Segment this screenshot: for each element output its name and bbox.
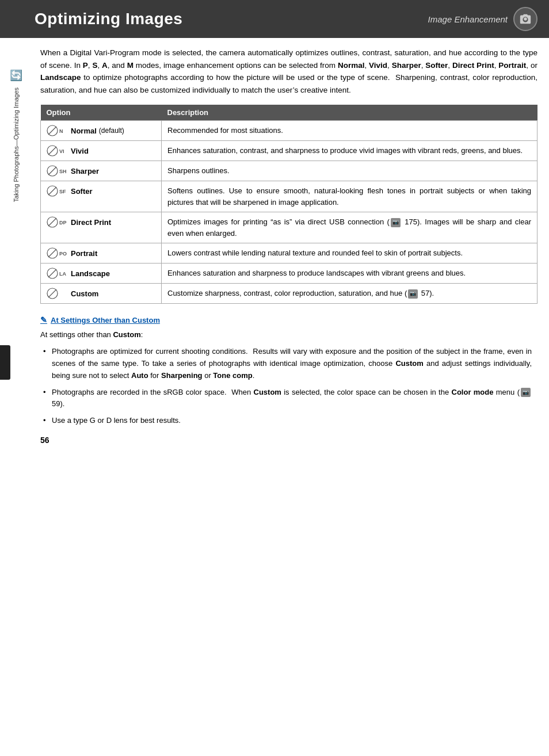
svg-text:PO: PO <box>59 251 67 257</box>
pencil-icon: ✎ <box>40 315 47 324</box>
option-name: Softer <box>71 186 93 197</box>
svg-text:VI: VI <box>59 148 64 154</box>
svg-text:SH: SH <box>59 169 67 174</box>
option-cell: POPortrait <box>41 243 162 264</box>
table-row: CustomCustomize sharpness, contrast, col… <box>41 284 537 304</box>
svg-line-5 <box>48 147 56 155</box>
desc-cell: Sharpens outlines. <box>162 161 537 181</box>
notes-section: ✎ At Settings Other than Custom At setti… <box>40 315 537 427</box>
option-cell: Custom <box>41 284 162 304</box>
desc-cell: Enhances saturation, contrast, and sharp… <box>162 141 537 161</box>
table-row: NNormal(default)Recommended for most sit… <box>41 121 537 141</box>
bullet-item-3: Use a type G or D lens for best results. <box>43 415 532 427</box>
notes-title-text: At Settings Other than Custom <box>51 316 160 324</box>
option-icon <box>47 288 68 299</box>
table-header-desc: Description <box>162 105 537 121</box>
svg-text:LA: LA <box>59 271 66 277</box>
option-name: Vivid <box>71 146 89 157</box>
page-header: Optimizing Images Image Enhancement <box>0 0 549 38</box>
option-icon: PO <box>47 247 68 259</box>
header-subtitle: Image Enhancement <box>428 14 508 24</box>
option-icon: SF <box>47 185 68 197</box>
option-name: Normal <box>71 125 97 137</box>
option-cell: LALandscape <box>41 264 162 284</box>
option-sub: (default) <box>99 125 124 136</box>
content-area: When a Digital Vari-Program mode is sele… <box>35 38 549 453</box>
side-tab-text: Taking Photographs—Optimizing Images <box>13 87 20 202</box>
option-cell: SHSharper <box>41 161 162 181</box>
option-icon: SH <box>47 165 68 177</box>
options-table: Option Description NNormal(default)Recom… <box>40 105 537 304</box>
table-row: DPDirect PrintOptimizes images for print… <box>41 212 537 243</box>
table-row: VIVividEnhances saturation, contrast, an… <box>41 141 537 161</box>
desc-cell: Recommended for most situations. <box>162 121 537 141</box>
option-cell: VIVivid <box>41 141 162 161</box>
table-header-option: Option <box>41 105 162 121</box>
svg-line-20 <box>48 269 56 277</box>
bullet-list: Photographs are optimized for current sh… <box>40 346 532 427</box>
desc-cell: Optimizes images for printing “as is” vi… <box>162 212 537 243</box>
table-row: LALandscapeEnhances saturation and sharp… <box>41 264 537 284</box>
svg-text:DP: DP <box>59 220 67 226</box>
table-row: SHSharperSharpens outlines. <box>41 161 537 181</box>
svg-line-8 <box>48 167 56 175</box>
side-tab-icon: 🔄 <box>10 69 22 82</box>
option-name: Direct Print <box>71 217 111 228</box>
bullet-item-1: Photographs are optimized for current sh… <box>43 346 532 381</box>
table-row: SFSofterSoftens outlines. Use to ensure … <box>41 181 537 212</box>
option-icon: N <box>47 125 68 136</box>
desc-cell: Lowers contrast while lending natural te… <box>162 243 537 264</box>
svg-line-17 <box>48 249 56 257</box>
svg-point-0 <box>524 17 527 21</box>
option-icon: LA <box>47 268 68 279</box>
option-name: Sharper <box>71 166 99 177</box>
header-right: Image Enhancement <box>428 7 537 31</box>
option-cell: DPDirect Print <box>41 212 162 243</box>
notes-body: At settings other than Custom: Photograp… <box>40 329 532 427</box>
option-name: Portrait <box>71 248 97 259</box>
page-number: 56 <box>40 436 537 445</box>
desc-cell: Softens outlines. Use to ensure smooth, … <box>162 181 537 212</box>
notes-title: ✎ At Settings Other than Custom <box>40 315 532 324</box>
intro-paragraph: When a Digital Vari-Program mode is sele… <box>40 47 537 96</box>
bullet-item-2: Photographs are recorded in the sRGB col… <box>43 387 532 411</box>
svg-line-23 <box>48 289 56 297</box>
option-name: Landscape <box>71 268 110 280</box>
notes-intro: At settings other than Custom: <box>40 330 143 339</box>
table-row: POPortraitLowers contrast while lending … <box>41 243 537 264</box>
side-black-bar <box>0 345 10 380</box>
desc-cell: Customize sharpness, contrast, color rep… <box>162 284 537 304</box>
option-cell: SFSofter <box>41 181 162 212</box>
svg-line-2 <box>48 127 56 135</box>
desc-cell: Enhances saturation and sharpness to pro… <box>162 264 537 284</box>
option-name: Custom <box>71 288 98 300</box>
option-icon: DP <box>47 216 68 228</box>
svg-text:N: N <box>59 128 63 134</box>
page-title: Optimizing Images <box>35 10 182 28</box>
svg-line-11 <box>48 187 56 195</box>
camera-icon <box>513 7 537 31</box>
svg-line-14 <box>48 218 56 226</box>
svg-text:SF: SF <box>59 189 66 194</box>
option-icon: VI <box>47 145 68 156</box>
option-cell: NNormal(default) <box>41 121 162 141</box>
page: 🔄 Taking Photographs—Optimizing Images O… <box>0 0 549 756</box>
